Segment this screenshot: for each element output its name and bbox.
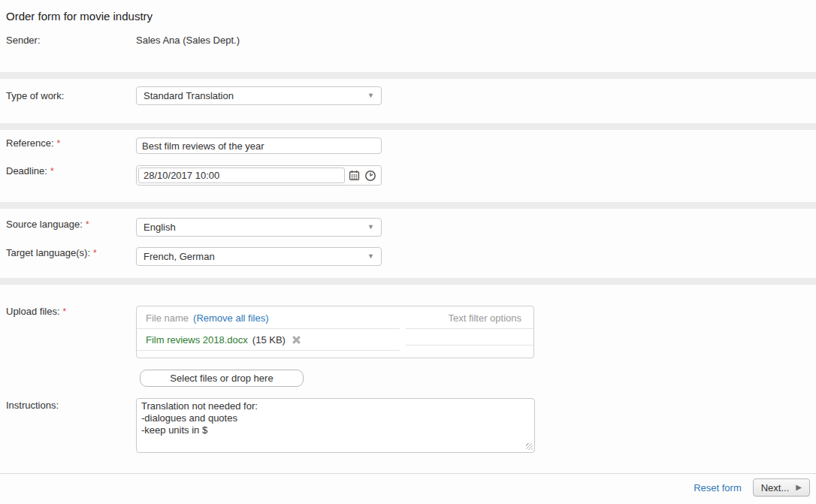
sender-label: Sender: <box>6 35 41 46</box>
instructions-label: Instructions: <box>6 400 59 411</box>
required-asterisk: * <box>63 306 67 317</box>
clock-icon[interactable] <box>363 169 378 183</box>
file-size: (15 KB) <box>252 334 286 346</box>
file-row: Film reviews 2018.docx (15 KB) <box>137 329 533 351</box>
chevron-down-icon: ▼ <box>367 253 374 260</box>
target-languages-label: Target language(s):* <box>6 247 97 258</box>
footer-actions: Reset form Next... ▶ <box>694 478 810 496</box>
instructions-textarea[interactable]: Translation not needed for: -dialogues a… <box>136 398 535 453</box>
upload-files-label: Upload files:* <box>6 306 66 317</box>
sender-value: Sales Ana (Sales Dept.) <box>136 35 240 46</box>
text-filter-options-label: Text filter options <box>448 312 521 324</box>
arrow-right-icon: ▶ <box>796 484 802 491</box>
section-divider <box>0 202 816 209</box>
required-asterisk: * <box>86 219 89 230</box>
reference-label: Reference:* <box>6 137 60 149</box>
file-list-header: File name (Remove all files) Text filter… <box>137 307 533 329</box>
order-form-page: Order form for movie industry Sender: Sa… <box>0 0 816 504</box>
section-divider <box>0 123 816 130</box>
section-divider <box>0 278 816 285</box>
required-asterisk: * <box>50 166 54 177</box>
deadline-field-group <box>136 165 382 186</box>
type-of-work-value: Standard Translation <box>144 90 234 101</box>
source-language-value: English <box>144 222 176 233</box>
next-button-label: Next... <box>761 482 790 493</box>
deadline-label: Deadline:* <box>6 165 54 177</box>
file-name-column-header: File name <box>146 312 189 324</box>
target-languages-select[interactable]: French, German ▼ <box>136 247 382 266</box>
reset-form-link[interactable]: Reset form <box>694 482 742 493</box>
resize-handle[interactable] <box>526 443 533 450</box>
file-list-panel: File name (Remove all files) Text filter… <box>136 306 534 358</box>
section-divider <box>0 72 816 79</box>
deadline-input[interactable] <box>138 167 345 183</box>
select-files-button[interactable]: Select files or drop here <box>140 370 304 387</box>
reference-input[interactable] <box>136 137 382 154</box>
file-name-link[interactable]: Film reviews 2018.docx <box>146 334 248 346</box>
instructions-field: Translation not needed for: -dialogues a… <box>136 398 535 453</box>
target-languages-value: French, German <box>144 251 215 262</box>
remove-file-icon[interactable] <box>292 335 301 345</box>
footer-divider <box>0 473 816 474</box>
required-asterisk: * <box>93 248 97 258</box>
page-title: Order form for movie industry <box>6 10 153 23</box>
source-language-label: Source language:* <box>6 219 89 230</box>
type-of-work-label: Type of work: <box>6 90 64 101</box>
source-language-select[interactable]: English ▼ <box>136 218 382 237</box>
required-asterisk: * <box>57 138 61 149</box>
chevron-down-icon: ▼ <box>367 224 374 231</box>
chevron-down-icon: ▼ <box>367 92 374 99</box>
calendar-icon[interactable] <box>346 169 361 183</box>
type-of-work-select[interactable]: Standard Translation ▼ <box>136 86 382 105</box>
remove-all-files-link[interactable]: (Remove all files) <box>193 312 268 324</box>
next-button[interactable]: Next... ▶ <box>753 478 810 496</box>
